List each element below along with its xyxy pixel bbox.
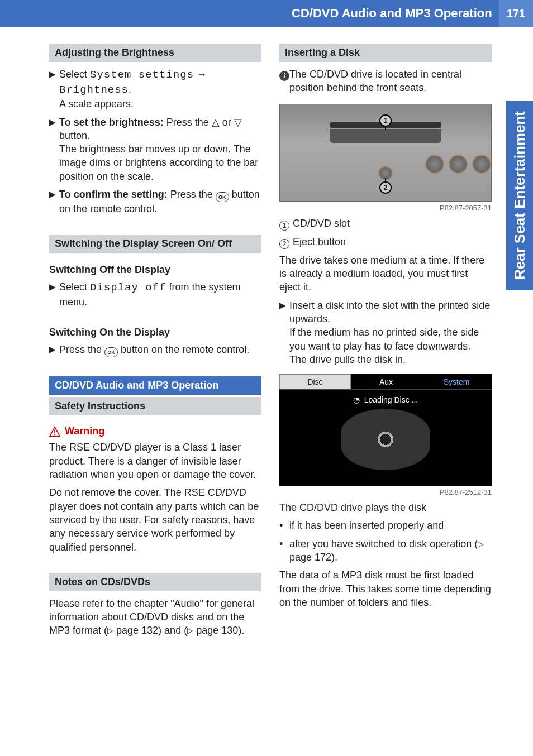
step-body: Press the OK button on the remote contro… — [59, 343, 261, 357]
body-paragraph: The drive takes one medium at a time. If… — [279, 253, 492, 294]
step-item: ▶ Press the OK button on the remote cont… — [49, 343, 261, 357]
ok-button-icon: OK — [216, 192, 229, 202]
heading-notes-cds-dvds: Notes on CDs/DVDs — [49, 573, 261, 591]
disc-graphic — [341, 409, 430, 470]
figure-id: P82.87-2512-31 — [279, 488, 492, 496]
callout-2: 2 — [379, 181, 392, 194]
step-item: ▶ To set the brightness: Press the △ or … — [49, 116, 261, 183]
list-item: • if it has been inserted properly and — [279, 519, 492, 532]
step-item: ▶ To confirm the setting: Press the OK b… — [49, 188, 261, 216]
step-body: Select System settings → Brightness. A s… — [59, 68, 261, 111]
body-paragraph: The CD/DVD drive plays the disk — [279, 501, 492, 514]
bullet-dot-icon: • — [279, 519, 289, 532]
loading-disc-label: ◔Loading Disc ... — [279, 390, 492, 406]
list-item: • after you have switched to disk operat… — [279, 537, 492, 564]
step-item: ▶ Select Display off from the system men… — [49, 280, 261, 309]
bullet-dot-icon: • — [279, 537, 289, 564]
triangle-bullet-icon: ▶ — [49, 280, 59, 309]
section-thumb-tab: Rear Seat Entertainment — [506, 101, 533, 290]
triangle-reference-icon: ▷ — [187, 626, 193, 635]
triangle-reference-icon: ▷ — [107, 626, 113, 635]
info-icon-wrap: i — [279, 68, 289, 95]
figure-legend: 1CD/DVD slot — [279, 217, 492, 231]
step-body: Select Display off from the system menu. — [59, 280, 261, 309]
step-body: To set the brightness: Press the △ or ▽ … — [59, 116, 261, 183]
heading-inserting-disk: Inserting a Disk — [279, 44, 492, 62]
screen-tab-disc: Disc — [279, 374, 351, 389]
notes-paragraph: Please refer to the chapter "Audio" for … — [49, 597, 261, 638]
list-body: if it has been inserted properly and — [289, 519, 492, 532]
warning-paragraph: The RSE CD/DVD player is a Class 1 laser… — [49, 441, 261, 481]
heading-safety-instructions: Safety Instructions — [49, 397, 261, 415]
screen-tab-aux: Aux — [351, 374, 421, 389]
heading-cd-dvd-operation: CD/DVD Audio and MP3 Operation — [49, 376, 261, 395]
subheading-switching-off: Switching Off the Display — [49, 264, 261, 276]
figure-id: P82.87-2057-31 — [279, 204, 492, 212]
ok-button-icon: OK — [104, 347, 118, 357]
warning-label: Warning — [65, 425, 104, 437]
step-item: ▶ Insert a disk into the slot with the p… — [279, 299, 492, 366]
triangle-bullet-icon: ▶ — [49, 188, 59, 216]
subheading-switching-on: Switching On the Display — [49, 327, 261, 338]
circled-2-icon: 2 — [279, 239, 289, 249]
step-body: Insert a disk into the slot with the pri… — [289, 299, 492, 366]
step-item: ▶ Select System settings → Brightness. A… — [49, 68, 261, 111]
right-column: Inserting a Disk i The CD/DVD drive is l… — [279, 44, 492, 642]
header-title: CD/DVD Audio and MP3 Operation — [292, 6, 499, 21]
step-body: To confirm the setting: Press the OK but… — [59, 188, 261, 216]
body-paragraph: The data of a MP3 disk must be first loa… — [279, 568, 492, 609]
triangle-bullet-icon: ▶ — [49, 68, 59, 111]
page-header: CD/DVD Audio and MP3 Operation 171 — [0, 0, 533, 27]
triangle-bullet-icon: ▶ — [279, 299, 289, 366]
figure-loading-disc-screen: Disc Aux System ◔Loading Disc ... — [279, 374, 492, 486]
warning-paragraph: Do not remove the cover. The RSE CD/DVD … — [49, 486, 261, 553]
info-text: The CD/DVD drive is located in central p… — [289, 68, 492, 95]
left-column: Adjusting the Brightness ▶ Select System… — [49, 44, 261, 642]
circled-1-icon: 1 — [279, 221, 289, 231]
list-body: after you have switched to disk operatio… — [289, 537, 492, 564]
svg-point-1 — [54, 434, 55, 435]
triangle-bullet-icon: ▶ — [49, 343, 59, 357]
heading-switching-display: Switching the Display Screen On/ Off — [49, 235, 261, 253]
triangle-bullet-icon: ▶ — [49, 116, 59, 183]
figure-cd-dvd-drive: 1 2 — [279, 104, 492, 202]
warning-heading: Warning — [49, 425, 261, 437]
info-icon: i — [279, 71, 289, 81]
disc-spinner-icon: ◔ — [353, 395, 360, 404]
screen-tab-system: System — [421, 374, 492, 389]
page-number: 171 — [499, 0, 533, 27]
callout-1: 1 — [379, 114, 392, 127]
triangle-reference-icon: ▷ — [478, 539, 484, 548]
warning-triangle-icon — [49, 427, 60, 437]
figure-legend: 2Eject button — [279, 235, 492, 249]
info-note: i The CD/DVD drive is located in central… — [279, 68, 492, 95]
heading-adjusting-brightness: Adjusting the Brightness — [49, 44, 261, 62]
